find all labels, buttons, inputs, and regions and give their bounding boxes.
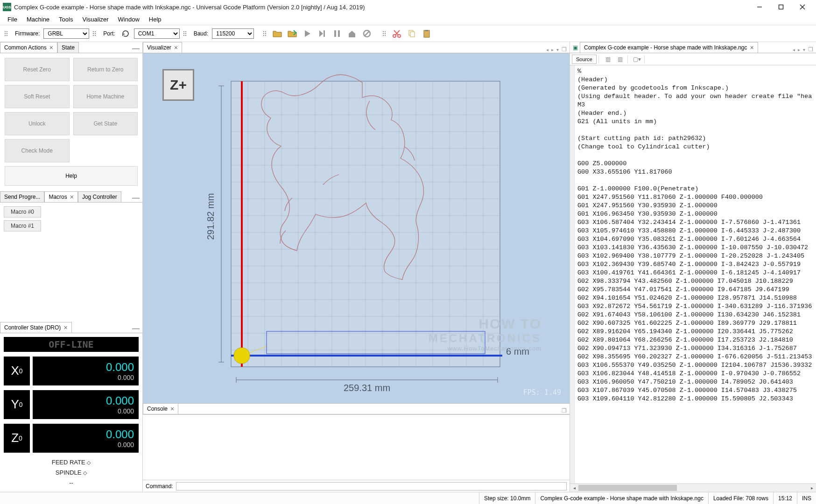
menu-file[interactable]: File xyxy=(3,16,22,23)
toolbar-grip[interactable] xyxy=(183,28,187,39)
panel-minimize-icon[interactable]: — xyxy=(129,44,142,53)
close-icon[interactable]: × xyxy=(174,44,178,51)
svg-rect-13 xyxy=(424,30,429,37)
skip-icon[interactable] xyxy=(316,27,329,40)
visualizer-canvas[interactable]: Z+ xyxy=(143,53,570,403)
menu-tools[interactable]: Tools xyxy=(54,16,77,23)
panel-maximize-icon[interactable]: ❐ xyxy=(562,407,567,414)
return-to-zero-button[interactable]: Return to Zero xyxy=(73,58,138,81)
toolbar-grip[interactable] xyxy=(263,28,267,39)
toolbar-grip[interactable] xyxy=(383,28,387,39)
paste-icon[interactable] xyxy=(420,27,433,40)
close-icon[interactable]: × xyxy=(170,406,174,412)
svg-line-8 xyxy=(365,31,369,36)
source-toolbar: Source ▥ ▥ ▢▾ xyxy=(570,53,816,65)
nav-prev-icon[interactable]: ◂ xyxy=(546,47,549,52)
play-icon[interactable] xyxy=(301,27,314,40)
nav-next-icon[interactable]: ▸ xyxy=(551,47,554,52)
close-icon[interactable]: × xyxy=(49,44,53,51)
command-input[interactable] xyxy=(176,482,567,490)
axis-y-values: 0.0000.000 xyxy=(33,390,139,419)
menu-machine[interactable]: Machine xyxy=(22,16,54,23)
baud-label: Baud: xyxy=(194,30,208,37)
home-icon[interactable] xyxy=(345,27,359,40)
dro-footer: FEED RATE ◇ 0 SPINDLE ◇ 0 -- xyxy=(4,457,139,488)
menu-bar: File Machine Tools Visualizer Window Hel… xyxy=(0,14,816,25)
svg-rect-14 xyxy=(425,30,428,31)
tab-state[interactable]: State xyxy=(57,42,79,53)
tab-dro[interactable]: Controller State (DRO) × xyxy=(0,322,72,333)
stop-icon[interactable] xyxy=(360,27,373,40)
common-actions-panel: Reset Zero Return to Zero Soft Reset Hom… xyxy=(0,53,142,191)
open-file-icon[interactable] xyxy=(271,27,284,40)
tab-jog-controller[interactable]: Jog Controller xyxy=(78,191,121,202)
toggle-icon[interactable]: ▢▾ xyxy=(632,55,642,64)
axis-z-label[interactable]: Z0 xyxy=(4,424,30,453)
close-button[interactable] xyxy=(792,0,813,14)
tab-console[interactable]: Console × xyxy=(143,403,178,414)
reset-zero-button[interactable]: Reset Zero xyxy=(5,58,70,81)
toolbar-grip[interactable] xyxy=(93,28,97,39)
macro-0-button[interactable]: Macro #0 xyxy=(4,206,41,217)
menu-window[interactable]: Window xyxy=(113,16,144,23)
refresh-ports-icon[interactable] xyxy=(119,27,132,40)
horizontal-scrollbar[interactable]: ◂ ▸ xyxy=(570,483,816,492)
port-select[interactable]: COM1 xyxy=(134,28,180,39)
panel-maximize-icon[interactable]: ❐ xyxy=(808,46,813,53)
scroll-thumb[interactable] xyxy=(578,485,677,491)
tab-visualizer[interactable]: Visualizer × xyxy=(143,42,182,53)
pause-icon[interactable] xyxy=(331,27,344,40)
console-output[interactable] xyxy=(143,414,570,480)
copy-icon[interactable] xyxy=(405,27,418,40)
minimize-button[interactable] xyxy=(749,0,770,14)
scroll-left-icon[interactable]: ◂ xyxy=(570,484,578,492)
maximize-button[interactable] xyxy=(770,0,792,14)
soft-reset-button[interactable]: Soft Reset xyxy=(5,85,70,108)
close-icon[interactable]: × xyxy=(63,324,67,331)
scroll-right-icon[interactable]: ▸ xyxy=(808,484,816,492)
firmware-select[interactable]: GRBL xyxy=(43,28,89,39)
status-insert-mode: INS xyxy=(797,492,816,504)
save-file-icon[interactable] xyxy=(286,27,299,40)
dro-tabs: Controller State (DRO) × — xyxy=(0,322,142,333)
unlock-button[interactable]: Unlock xyxy=(5,112,70,135)
panel-minimize-icon[interactable]: — xyxy=(129,194,142,202)
panel-maximize-icon[interactable]: ❐ xyxy=(562,46,567,53)
tab-common-actions[interactable]: Common Actions × xyxy=(0,42,57,53)
history-fwd-icon[interactable]: ▥ xyxy=(615,55,626,64)
check-mode-button[interactable]: Check Mode xyxy=(5,139,70,162)
axis-y-label[interactable]: Y0 xyxy=(4,390,30,419)
panel-minimize-icon[interactable]: — xyxy=(129,324,142,333)
nav-menu-icon[interactable]: ▾ xyxy=(803,47,805,52)
close-icon[interactable]: × xyxy=(750,44,754,51)
nav-menu-icon[interactable]: ▾ xyxy=(556,47,559,52)
toolbar-grip[interactable] xyxy=(5,28,8,39)
menu-visualizer[interactable]: Visualizer xyxy=(77,16,113,23)
tab-send-progress[interactable]: Send Progre... xyxy=(0,191,44,202)
visualizer-tabs: Visualizer × ◂ ▸ ▾ ❐ xyxy=(143,42,570,53)
cut-icon[interactable] xyxy=(390,27,403,40)
axis-z-row: Z0 0.0000.000 xyxy=(4,424,139,453)
axis-x-label[interactable]: X0 xyxy=(4,357,30,385)
file-tab[interactable]: Complex G-code example - Horse shape mad… xyxy=(580,42,758,53)
nav-prev-icon[interactable]: ◂ xyxy=(793,47,795,52)
baud-select[interactable]: 115200 xyxy=(212,28,254,39)
width-measure: 259.31 mm xyxy=(344,383,390,393)
source-tab-button[interactable]: Source xyxy=(572,55,597,64)
nav-next-icon[interactable]: ▸ xyxy=(798,47,800,52)
gcode-source[interactable]: % (Header) (Generated by gcodetools from… xyxy=(575,65,816,483)
spindle-label: SPINDLE xyxy=(56,469,82,476)
app-logo: UGS xyxy=(3,3,11,11)
tab-macros[interactable]: Macros × xyxy=(44,191,78,202)
menu-help[interactable]: Help xyxy=(144,16,166,23)
help-button[interactable]: Help xyxy=(5,166,138,186)
get-state-button[interactable]: Get State xyxy=(73,112,138,135)
port-label: Port: xyxy=(103,30,115,37)
svg-point-51 xyxy=(234,348,250,364)
history-back-icon[interactable]: ▥ xyxy=(603,55,613,64)
home-machine-button[interactable]: Home Machine xyxy=(73,85,138,108)
close-icon[interactable]: × xyxy=(70,194,74,200)
toolbar: Firmware: GRBL Port: COM1 Baud: 115200 xyxy=(0,25,816,42)
macro-1-button[interactable]: Macro #1 xyxy=(4,220,41,231)
status-file-name: Complex G-code example - Horse shape mad… xyxy=(535,492,708,504)
